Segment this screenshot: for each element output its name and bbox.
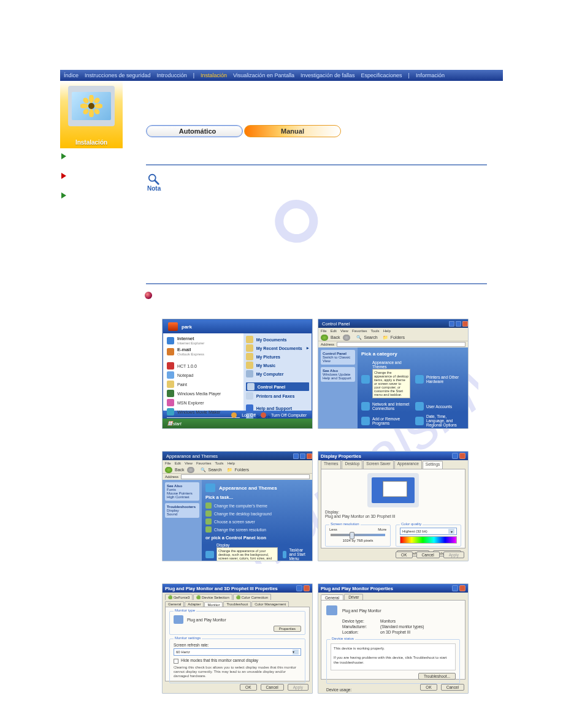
- start-item-help[interactable]: Help and Support: [246, 404, 309, 412]
- link[interactable]: Help and Support: [323, 376, 351, 380]
- tab-appearance[interactable]: Appearance: [394, 460, 422, 469]
- wmp-icon: [167, 390, 174, 397]
- start-item-music[interactable]: My Music: [246, 362, 309, 369]
- nav-instalacion[interactable]: Instalación: [201, 72, 227, 78]
- start-item-email[interactable]: E-mailOutlook Express: [167, 347, 240, 356]
- hide-modes-checkbox[interactable]: Hide modes that this monitor cannot disp…: [174, 658, 301, 664]
- forward-icon[interactable]: [343, 335, 350, 341]
- troubleshoot-button[interactable]: Troubleshoot...: [418, 673, 456, 680]
- color-quality-select[interactable]: Highest (32 bit)▾: [400, 528, 457, 535]
- cancel-button[interactable]: Cancel: [441, 684, 464, 691]
- arrow-icon: [205, 526, 212, 533]
- toolbar[interactable]: Back🔍Search📁Folders: [163, 466, 312, 474]
- window-controls[interactable]: [293, 453, 312, 459]
- task-background[interactable]: Change the desktop background: [205, 510, 308, 517]
- task-screensaver[interactable]: Choose a screen saver: [205, 518, 308, 525]
- cp-icon-taskbar[interactable]: Taskbar and Start Menu: [283, 543, 308, 561]
- top-nav: Índice Instrucciones de seguridad Introd…: [60, 70, 503, 81]
- help-icon[interactable]: [452, 453, 458, 459]
- task-resolution[interactable]: Change the screen resolution: [205, 526, 308, 533]
- tab-adapter[interactable]: Adapter: [185, 601, 204, 607]
- tab-troubleshoot[interactable]: Troubleshoot: [223, 601, 251, 607]
- nav-indice[interactable]: Índice: [64, 72, 79, 78]
- section-thumb: Instalación: [60, 81, 123, 148]
- start-item-hct[interactable]: HCT 1.0.0: [167, 362, 240, 370]
- address-bar[interactable]: Address: [163, 474, 312, 480]
- address-bar[interactable]: Address: [318, 341, 468, 347]
- start-item-controlpanel[interactable]: Control Panel: [246, 382, 309, 391]
- back-icon[interactable]: [165, 467, 172, 473]
- start-item-msn[interactable]: MSN Explorer: [167, 399, 240, 406]
- cancel-button[interactable]: Cancel: [261, 684, 284, 691]
- tab-general[interactable]: General: [165, 601, 184, 607]
- window-controls[interactable]: [452, 585, 465, 591]
- nav-introduccion[interactable]: Introducción: [157, 72, 187, 78]
- tab-geforce[interactable]: 🟢 GeForce3: [165, 594, 193, 600]
- cat-addremove[interactable]: Add or Remove Programs: [361, 414, 410, 427]
- turnoff-button[interactable]: Turn Off Computer: [271, 413, 307, 417]
- ok-button[interactable]: OK: [420, 684, 437, 691]
- tab-settings[interactable]: Settings: [423, 461, 443, 469]
- task-theme[interactable]: Change the computer's theme: [205, 502, 308, 509]
- cat-network[interactable]: Network and Internet Connections: [361, 402, 410, 411]
- cat-printers[interactable]: Printers and Other Hardware: [415, 360, 464, 398]
- monitor-type-value: Plug and Play Monitor: [187, 618, 226, 622]
- ok-button[interactable]: OK: [240, 684, 256, 691]
- cancel-button[interactable]: Cancel: [416, 552, 440, 558]
- refresh-rate-select[interactable]: 60 Hertz▾: [174, 648, 301, 656]
- tab-desktop[interactable]: Desktop: [342, 460, 362, 469]
- start-item-mydocs[interactable]: My Documents: [246, 336, 309, 343]
- nav-seguridad[interactable]: Instrucciones de seguridad: [85, 72, 151, 78]
- apply-button[interactable]: Apply: [443, 552, 464, 558]
- cp-icon-display[interactable]: DisplayChange the appearance of your des…: [205, 543, 278, 561]
- menubar[interactable]: FileEditViewFavoritesToolsHelp: [318, 328, 468, 334]
- device-usage-select[interactable]: Use this device (enable)▾: [326, 693, 460, 694]
- nav-pantalla[interactable]: Visualización en Pantalla: [233, 72, 294, 78]
- help-icon[interactable]: [296, 585, 302, 591]
- start-item-notepad[interactable]: Notepad: [167, 371, 240, 379]
- tab-automatico[interactable]: Automático: [146, 125, 243, 137]
- close-icon[interactable]: [459, 453, 465, 459]
- start-item-wmm[interactable]: Windows Movie Maker: [167, 408, 240, 415]
- tab-manual[interactable]: Manual: [244, 125, 341, 137]
- tab-screensaver[interactable]: Screen Saver: [363, 460, 393, 469]
- tab-color-mgmt[interactable]: Color Management: [251, 601, 289, 607]
- taskbar[interactable]: 🪟 start: [163, 419, 312, 428]
- tab-themes[interactable]: Themes: [321, 460, 341, 469]
- properties-button[interactable]: Properties: [274, 626, 301, 632]
- apply-button[interactable]: Apply: [288, 684, 308, 691]
- cat-users[interactable]: User Accounts: [415, 402, 464, 411]
- start-item-pictures[interactable]: My Pictures: [246, 353, 309, 360]
- toolbar[interactable]: Back🔍Search📁Folders: [318, 334, 468, 341]
- window-controls[interactable]: [452, 453, 465, 459]
- start-item-mycomputer[interactable]: My Computer: [246, 370, 309, 377]
- tab-device-sel[interactable]: 🟢 Device Selection: [193, 594, 232, 600]
- window-controls[interactable]: [449, 321, 468, 327]
- cat-appearance[interactable]: Appearance and ThemesChange the appearan…: [361, 360, 410, 398]
- ok-button[interactable]: OK: [396, 552, 412, 558]
- nav-informacion[interactable]: Información: [416, 72, 445, 78]
- window-title: Appearance and Themes: [219, 485, 277, 491]
- start-item-internet[interactable]: InternetInternet Explorer: [167, 336, 240, 345]
- start-button[interactable]: start: [173, 422, 182, 426]
- menubar[interactable]: FileEditViewFavoritesToolsHelp: [163, 460, 312, 466]
- start-item-recent[interactable]: My Recent Documents ▸: [246, 344, 309, 352]
- classic-view-link[interactable]: Switch to Classic View: [323, 355, 350, 363]
- tab-driver[interactable]: Driver: [344, 594, 363, 600]
- cat-region[interactable]: Date, Time, Language, and Regional Optio…: [415, 414, 464, 427]
- nav-especificaciones[interactable]: Especificaciones: [361, 72, 402, 78]
- logoff-button[interactable]: Log Off: [242, 413, 256, 417]
- start-item-wmp[interactable]: Windows Media Player: [167, 390, 240, 397]
- forward-icon[interactable]: [187, 467, 194, 473]
- window-controls[interactable]: [296, 585, 310, 591]
- start-item-paint[interactable]: Paint: [167, 381, 240, 388]
- nav-fallas[interactable]: Investigación de fallas: [301, 72, 355, 78]
- tab-color-corr[interactable]: 🟢 Color Correction: [233, 594, 271, 600]
- close-icon[interactable]: [304, 585, 310, 591]
- resolution-slider[interactable]: [331, 534, 385, 536]
- start-item-printers[interactable]: Printers and Faxes: [246, 392, 309, 400]
- back-icon[interactable]: [321, 335, 328, 341]
- close-icon[interactable]: [459, 585, 465, 591]
- help-icon[interactable]: [452, 585, 458, 591]
- checkbox-icon: [174, 659, 178, 664]
